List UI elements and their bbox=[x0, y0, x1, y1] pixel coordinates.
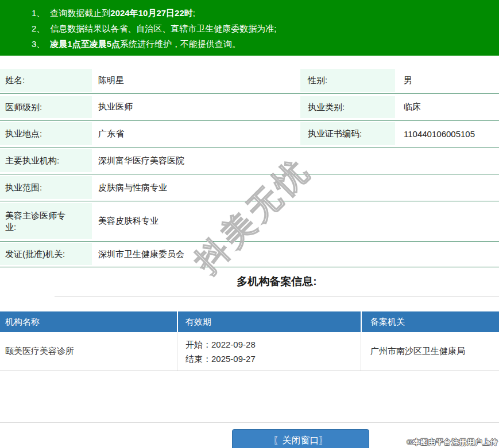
field-value: 美容皮肤科专业 bbox=[92, 201, 499, 241]
detail-row-cosmetic-specialty: 美容主诊医师专业: 美容皮肤科专业 bbox=[0, 201, 499, 241]
field-label: 性别: bbox=[300, 69, 395, 92]
notice-text: 查询数据截止到 bbox=[50, 8, 110, 18]
field-value: 110440106005105 bbox=[395, 120, 499, 147]
field-value: 男 bbox=[395, 67, 499, 94]
notice-number: 1、 bbox=[32, 8, 45, 18]
notice-item-3: 3、凌晨1点至凌晨5点系统进行维护，不能提供查询。 bbox=[32, 36, 499, 52]
footer-divider bbox=[0, 422, 499, 423]
field-label: 执业范围: bbox=[0, 176, 92, 199]
field-label-cell: 执业范围: bbox=[0, 174, 92, 201]
filing-table: 机构名称 有效期 备案机关 颐美医疗美容诊所 开始：2022-09-28 结束：… bbox=[0, 311, 499, 371]
notice-number: 2、 bbox=[32, 24, 45, 33]
notice-number: 3、 bbox=[32, 39, 45, 49]
validity-start: 开始：2022-09-28 bbox=[185, 337, 361, 352]
institution-name-cell: 颐美医疗美容诊所 bbox=[0, 332, 177, 371]
header-cell-validity: 有效期 bbox=[178, 311, 361, 332]
section-title: 多机构备案信息: bbox=[55, 267, 499, 297]
detail-row-main-institution: 主要执业机构: 深圳富华医疗美容医院 bbox=[0, 147, 499, 174]
query-result-page: 1、查询数据截止到2024年10月27日22时; 2、信息数据结果以各省、自治区… bbox=[0, 0, 499, 448]
field-value: 陈明星 bbox=[92, 67, 300, 94]
filing-table-row: 颐美医疗美容诊所 开始：2022-09-28 结束：2025-09-27 广州市… bbox=[0, 332, 499, 371]
field-label: 发证(批准)机关: bbox=[0, 243, 92, 265]
field-label: 执业证书编码: bbox=[300, 122, 395, 145]
field-label-cell: 执业地点: bbox=[0, 120, 92, 147]
notice-text: 信息数据结果以各省、自治区、直辖市卫生健康委数据为准; bbox=[50, 24, 276, 33]
detail-row-name-gender: 姓名: 陈明星 性别: 男 bbox=[0, 67, 499, 94]
authority-cell: 广州市南沙区卫生健康局 bbox=[361, 332, 499, 371]
notice-item-1: 1、查询数据截止到2024年10月27日22时; bbox=[32, 5, 499, 21]
credit-watermark: ©本图由平台注册用户上传 bbox=[407, 437, 498, 447]
notice-text-bold: 凌晨1点至凌晨5点 bbox=[50, 39, 120, 49]
detail-row-practice-scope: 执业范围: 皮肤病与性病专业 bbox=[0, 174, 499, 201]
practitioner-details-table: 姓名: 陈明星 性别: 男 医师级别: 执业医师 执业类别: 临床 执业地点: … bbox=[0, 67, 499, 267]
field-label: 姓名: bbox=[0, 69, 92, 92]
notice-item-2: 2、信息数据结果以各省、自治区、直辖市卫生健康委数据为准; bbox=[32, 21, 499, 36]
field-label-cell: 发证(批准)机关: bbox=[0, 241, 92, 267]
field-label: 医师级别: bbox=[0, 96, 92, 118]
field-label: 执业类别: bbox=[300, 96, 395, 118]
notice-banner: 1、查询数据截止到2024年10月27日22时; 2、信息数据结果以各省、自治区… bbox=[0, 0, 499, 56]
notice-text-post: ; bbox=[193, 8, 195, 18]
filing-table-header: 机构名称 有效期 备案机关 bbox=[0, 311, 499, 332]
field-value: 深圳富华医疗美容医院 bbox=[92, 147, 499, 174]
field-value: 临床 bbox=[395, 94, 499, 120]
field-label-cell: 美容主诊医师专业: bbox=[0, 201, 92, 241]
notice-text-post: 系统进行维护，不能提供查询。 bbox=[120, 39, 241, 49]
validity-end: 结束：2025-09-27 bbox=[185, 352, 361, 366]
field-label: 执业地点: bbox=[0, 122, 92, 145]
field-label-cell: 医师级别: bbox=[0, 94, 92, 120]
field-label-cell: 姓名: bbox=[0, 67, 92, 94]
field-label-cell: 执业证书编码: bbox=[300, 120, 395, 147]
field-value: 执业医师 bbox=[92, 94, 300, 120]
detail-row-issuing-authority: 发证(批准)机关: 深圳市卫生健康委员会 bbox=[0, 241, 499, 267]
close-window-button[interactable]: 〖关闭窗口〗 bbox=[232, 429, 369, 448]
field-value: 皮肤病与性病专业 bbox=[92, 174, 499, 201]
field-label-cell: 执业类别: bbox=[300, 94, 395, 120]
validity-cell: 开始：2022-09-28 结束：2025-09-27 bbox=[177, 332, 361, 371]
field-label: 美容主诊医师专业: bbox=[0, 203, 92, 239]
detail-row-location-certno: 执业地点: 广东省 执业证书编码: 110440106005105 bbox=[0, 120, 499, 147]
field-label: 主要执业机构: bbox=[0, 149, 92, 172]
header-cell-institution: 机构名称 bbox=[0, 311, 177, 332]
notice-text-bold: 2024年10月27日22时 bbox=[110, 8, 192, 18]
field-value: 广东省 bbox=[92, 120, 300, 147]
detail-row-level-category: 医师级别: 执业医师 执业类别: 临床 bbox=[0, 94, 499, 120]
field-label-cell: 性别: bbox=[300, 67, 395, 94]
header-cell-authority: 备案机关 bbox=[362, 311, 499, 332]
field-value: 深圳市卫生健康委员会 bbox=[92, 241, 499, 267]
field-label-cell: 主要执业机构: bbox=[0, 147, 92, 174]
